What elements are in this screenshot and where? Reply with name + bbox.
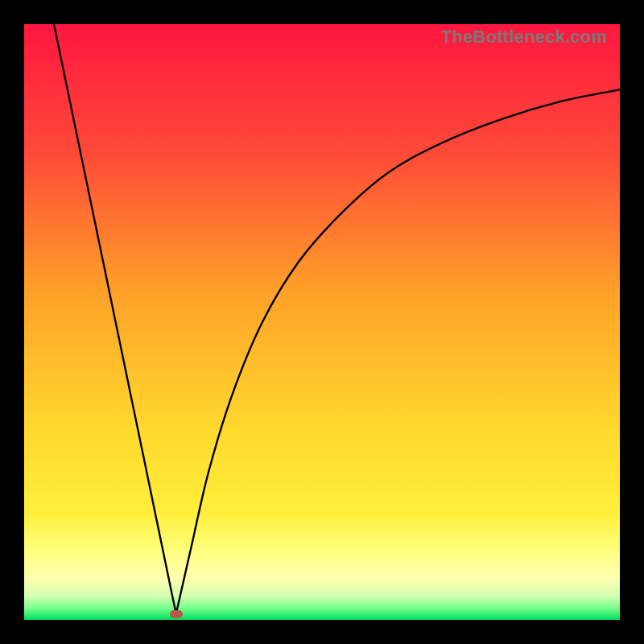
plot-area <box>24 24 620 620</box>
watermark-text: TheBottleneck.com <box>441 27 607 47</box>
chart-frame: TheBottleneck.com <box>24 24 620 620</box>
bottleneck-curve <box>24 24 620 620</box>
minimum-marker <box>170 610 183 618</box>
